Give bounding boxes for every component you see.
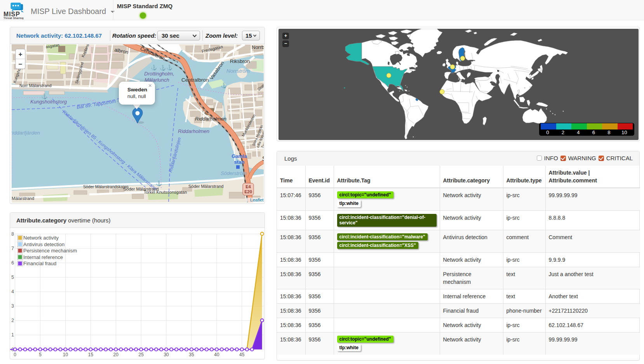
svg-text:Leaflet: Leaflet [250,198,264,202]
svg-text:Threat Sharing: Threat Sharing [3,17,24,19]
svg-text:Riddarholmen: Riddarholmen [195,116,226,122]
svg-text:45: 45 [239,352,245,357]
svg-text:40: 40 [214,352,219,357]
svg-text:Söder Mälarstrandskajen: Söder Mälarstrandskajen [83,184,129,189]
svg-text:⚓: ⚓ [160,65,166,71]
svg-text:⚓: ⚓ [156,180,162,187]
svg-text:Mälarstrand: Mälarstrand [12,196,34,201]
svg-text:Riddarholmen: Riddarholmen [178,128,209,134]
svg-text:Norr Mälarstrand: Norr Mälarstrand [19,83,52,88]
svg-text:6: 6 [11,260,14,266]
svg-text:Persistence mechanism: Persistence mechanism [23,248,77,254]
svg-text:0: 0 [14,352,16,357]
svg-text:2: 2 [11,318,14,323]
svg-text:30: 30 [164,352,169,357]
svg-text:7: 7 [11,246,14,251]
svg-text:Gamla: Gamla [231,153,247,159]
svg-text:Antivirus detection: Antivirus detection [23,242,64,247]
svg-text:⚓: ⚓ [221,82,227,89]
svg-text:20: 20 [113,352,119,357]
svg-text:Torkel Knutssonsgatan: Torkel Knutssonsgatan [144,190,187,194]
svg-text:⚓: ⚓ [166,64,173,71]
svg-text:10: 10 [63,352,68,357]
svg-text:Riddarfjärden: Riddarfjärden [12,130,40,136]
svg-text:5: 5 [11,275,14,280]
svg-text:25: 25 [139,352,144,357]
svg-text:−: − [19,61,23,68]
svg-text:Network activity: Network activity [23,235,59,241]
svg-text:Riksbron: Riksbron [230,58,250,64]
svg-text:Norrbr: Norrbr [252,44,264,50]
svg-text:4: 4 [11,289,14,294]
svg-text:Financial fraud: Financial fraud [23,261,56,266]
svg-text:stan: stan [234,159,245,165]
svg-text:Kungsholmstorg: Kungsholmstorg [30,99,67,105]
svg-text:Söderström: Söderström [221,170,247,176]
svg-text:3: 3 [11,303,14,309]
svg-text:8: 8 [11,231,14,237]
svg-text:null, null: null, null [127,93,146,99]
svg-text:1: 1 [11,332,14,338]
svg-text:Söder Mälarstrand: Söder Mälarstrand [188,184,224,189]
svg-text:Centralbron: Centralbron [181,77,209,83]
svg-text:Internal reference: Internal reference [23,254,63,260]
svg-text:35: 35 [189,352,194,357]
svg-text:+: + [19,51,23,58]
svg-text:Drottingholm,: Drottingholm, [144,71,174,77]
svg-text:Sweden: Sweden [127,87,147,93]
svg-text:E4: E4 [245,184,251,189]
svg-text:⚓: ⚓ [151,64,157,71]
svg-text:Norrström: Norrström [226,68,250,74]
svg-text:S: S [262,156,264,162]
svg-text:E20: E20 [244,189,252,194]
svg-text:15: 15 [88,352,94,357]
svg-text:×: × [148,82,152,89]
svg-text:5: 5 [39,352,42,357]
